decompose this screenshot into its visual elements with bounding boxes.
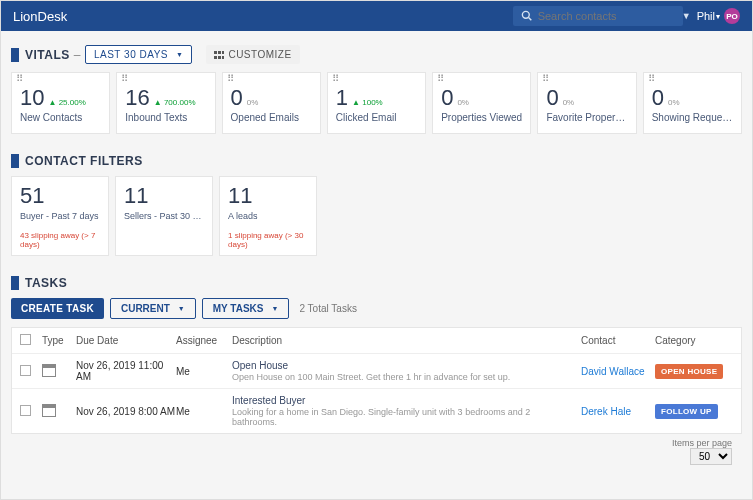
caret-down-icon: ▼: [272, 305, 279, 312]
category-badge: OPEN HOUSE: [655, 364, 723, 379]
contact-link[interactable]: David Wallace: [581, 366, 645, 377]
table-row[interactable]: Nov 26, 2019 11:00 AMMeOpen HouseOpen Ho…: [12, 354, 741, 389]
current-label: CURRENT: [121, 303, 170, 314]
drag-handle-icon[interactable]: [648, 77, 656, 85]
row-checkbox[interactable]: [20, 405, 31, 416]
contact-filter-card[interactable]: 51Buyer - Past 7 days43 slipping away (>…: [11, 176, 109, 256]
metric-value: 0: [652, 85, 664, 111]
section-title: TASKS: [25, 276, 67, 290]
contact-link[interactable]: Derek Hale: [581, 406, 631, 417]
vitals-card[interactable]: 10▲ 25.00%New Contacts: [11, 72, 110, 134]
col-type[interactable]: Type: [42, 335, 76, 346]
vitals-range-dropdown[interactable]: LAST 30 DAYS ▼: [85, 45, 192, 64]
svg-point-0: [522, 11, 529, 18]
task-subtitle: Looking for a home in San Diego. Single-…: [232, 407, 571, 427]
metric-value: 0: [231, 85, 243, 111]
select-all-checkbox[interactable]: [20, 334, 31, 345]
pager: Items per page 50: [11, 434, 742, 465]
my-tasks-dropdown[interactable]: MY TASKS ▼: [202, 298, 290, 319]
col-category[interactable]: Category: [655, 335, 733, 346]
drag-handle-icon[interactable]: [121, 77, 129, 85]
contact-filter-card[interactable]: 11Sellers - Past 30 d…: [115, 176, 213, 256]
vitals-card[interactable]: 00%Showing Requests: [643, 72, 742, 134]
caret-down-icon: ▼: [176, 51, 183, 58]
metric-value: 1: [336, 85, 348, 111]
section-marker-icon: [11, 154, 19, 168]
metric-delta: ▲ 25.00%: [48, 98, 85, 107]
vitals-card[interactable]: 1▲ 100%Clicked Email: [327, 72, 426, 134]
row-checkbox[interactable]: [20, 365, 31, 376]
due-date: Nov 26, 2019 11:00 AM: [76, 360, 176, 382]
customize-button[interactable]: CUSTOMIZE: [206, 45, 299, 64]
metric-delta: 0%: [457, 98, 469, 107]
vitals-header: VITALS – LAST 30 DAYS ▼ CUSTOMIZE: [11, 45, 742, 64]
drag-handle-icon[interactable]: [16, 77, 24, 85]
metric-value: 0: [546, 85, 558, 111]
my-tasks-label: MY TASKS: [213, 303, 264, 314]
section-marker-icon: [11, 276, 19, 290]
drag-handle-icon[interactable]: [542, 77, 550, 85]
contact-filter-cards: 51Buyer - Past 7 days43 slipping away (>…: [11, 176, 742, 256]
chevron-down-icon[interactable]: ▼: [682, 11, 691, 21]
drag-handle-icon[interactable]: [332, 77, 340, 85]
tasks-header: TASKS: [11, 276, 742, 290]
assignee: Me: [176, 406, 232, 417]
metric-delta: 0%: [563, 98, 575, 107]
range-label: LAST 30 DAYS: [94, 49, 168, 60]
vitals-card[interactable]: 00%Opened Emails: [222, 72, 321, 134]
metric-label: Clicked Email: [336, 112, 417, 123]
pager-size-select[interactable]: 50: [690, 448, 732, 465]
col-due[interactable]: Due Date: [76, 335, 176, 346]
col-assignee[interactable]: Assignee: [176, 335, 232, 346]
metric-label: Showing Requests: [652, 112, 733, 123]
section-title: VITALS: [25, 48, 70, 62]
metric-label: Inbound Texts: [125, 112, 206, 123]
grid-icon: [214, 51, 224, 59]
category-badge: FOLLOW UP: [655, 404, 718, 419]
caret-down-icon: ▾: [716, 12, 720, 21]
top-bar: LionDesk ▼ Phil ▾ PO: [1, 1, 752, 31]
filter-label: Sellers - Past 30 d…: [124, 211, 204, 221]
metric-label: Properties Viewed: [441, 112, 522, 123]
filter-value: 11: [228, 183, 308, 209]
metric-delta: ▲ 100%: [352, 98, 383, 107]
vitals-card[interactable]: 00%Favorite Propertie…: [537, 72, 636, 134]
pager-label: Items per page: [672, 438, 732, 448]
separator: –: [74, 48, 81, 62]
search-contacts[interactable]: ▼: [513, 6, 683, 26]
filter-value: 51: [20, 183, 100, 209]
metric-delta: 0%: [247, 98, 259, 107]
filter-label: Buyer - Past 7 days: [20, 211, 100, 221]
metric-delta: 0%: [668, 98, 680, 107]
task-title: Open House: [232, 360, 571, 371]
table-row[interactable]: Nov 26, 2019 8:00 AMMeInterested BuyerLo…: [12, 389, 741, 433]
create-task-button[interactable]: CREATE TASK: [11, 298, 104, 319]
metric-delta: ▲ 700.00%: [154, 98, 196, 107]
calendar-icon: [42, 364, 56, 377]
user-menu[interactable]: Phil ▾ PO: [697, 8, 740, 24]
drag-handle-icon[interactable]: [227, 77, 235, 85]
tasks-table-header: Type Due Date Assignee Description Conta…: [12, 328, 741, 354]
caret-down-icon: ▼: [178, 305, 185, 312]
filter-value: 11: [124, 183, 204, 209]
calendar-icon: [42, 404, 56, 417]
metric-label: New Contacts: [20, 112, 101, 123]
customize-label: CUSTOMIZE: [228, 49, 291, 60]
vitals-cards: 10▲ 25.00%New Contacts16▲ 700.00%Inbound…: [11, 72, 742, 134]
current-tasks-dropdown[interactable]: CURRENT ▼: [110, 298, 196, 319]
assignee: Me: [176, 366, 232, 377]
metric-value: 16: [125, 85, 149, 111]
filter-slipping: 43 slipping away (> 7 days): [20, 231, 100, 249]
col-contact[interactable]: Contact: [581, 335, 655, 346]
search-input[interactable]: [538, 10, 676, 22]
vitals-card[interactable]: 00%Properties Viewed: [432, 72, 531, 134]
vitals-card[interactable]: 16▲ 700.00%Inbound Texts: [116, 72, 215, 134]
due-date: Nov 26, 2019 8:00 AM: [76, 406, 176, 417]
task-subtitle: Open House on 100 Main Street. Get there…: [232, 372, 571, 382]
col-description[interactable]: Description: [232, 335, 581, 346]
avatar: PO: [724, 8, 740, 24]
tasks-toolbar: CREATE TASK CURRENT ▼ MY TASKS ▼ 2 Total…: [11, 298, 742, 319]
svg-line-1: [528, 17, 531, 20]
contact-filter-card[interactable]: 11A leads1 slipping away (> 30 days): [219, 176, 317, 256]
drag-handle-icon[interactable]: [437, 77, 445, 85]
